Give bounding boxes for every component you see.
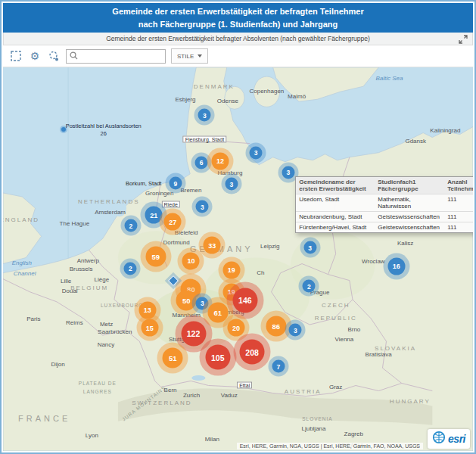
cluster-marker[interactable]: 20 [228, 319, 245, 337]
tooltip-cell: Geisteswissenschaften [375, 212, 444, 222]
tooltip-row[interactable]: Usedom, StadtMathematik, Naturwissen111 [296, 194, 473, 211]
tooltip-col-gemeindename: Gemeindename der ersten Erwerbstätigkeit [296, 177, 375, 194]
style-button-label: STILE [177, 53, 194, 60]
lasso-select-icon[interactable] [47, 49, 61, 63]
cluster-marker[interactable]: 12 [211, 152, 229, 169]
page-title: Gemeinde der ersten Erwerbstätigkeit der… [3, 3, 473, 33]
cluster-marker[interactable]: 2 [124, 262, 137, 275]
cluster-marker[interactable]: 50 [176, 290, 197, 310]
cluster-marker[interactable]: 6 [195, 156, 208, 169]
cluster-marker[interactable]: 59 [145, 247, 166, 267]
cluster-marker[interactable]: 3 [196, 201, 209, 213]
cluster-marker[interactable]: 3 [289, 324, 302, 337]
tooltip-col-anzahl: Anzahl Teilnehm [444, 177, 473, 194]
cluster-marker[interactable]: 3 [196, 297, 209, 309]
cluster-marker[interactable]: 19 [222, 261, 240, 278]
search-box [66, 49, 166, 64]
cluster-marker[interactable]: 2 [124, 219, 137, 232]
cluster-marker[interactable]: 33 [204, 237, 221, 254]
tooltip-cell: Mathematik, Naturwissen [375, 194, 444, 211]
cluster-marker[interactable]: 10 [182, 252, 200, 269]
map-attribution: Esri, HERE, Garmin, NGA, USGS | Esri, HE… [237, 443, 423, 449]
cluster-marker[interactable]: 13 [138, 301, 156, 319]
map-subheader: Gemeinde der ersten Erwerbstätigkeit bef… [3, 33, 473, 45]
esri-logo[interactable]: esri [428, 429, 470, 449]
cluster-marker[interactable]: 208 [240, 340, 265, 365]
map-subtitle: Gemeinde der ersten Erwerbstätigkeit bef… [106, 35, 370, 42]
marquee-select-icon[interactable] [9, 49, 23, 63]
page-title-line1: Gemeinde der ersten Erwerbstätigkeit der… [3, 5, 473, 18]
cluster-marker[interactable]: 3 [303, 241, 316, 254]
search-icon [70, 49, 78, 63]
cluster-marker[interactable]: 2 [303, 280, 316, 293]
map-canvas[interactable]: DENMARKEsbjergOdenseCopenhagenMalmöBalti… [3, 67, 473, 451]
tooltip-cell: 111 [444, 212, 473, 222]
foreign-postcode-annotation: Postleitzahl bei Auslandsorten 26 [64, 123, 143, 138]
esri-logo-text: esri [448, 433, 465, 445]
cluster-marker[interactable]: 3 [198, 109, 211, 122]
cluster-marker[interactable]: 7 [272, 360, 285, 373]
cluster-marker[interactable]: 15 [141, 319, 158, 337]
cluster-marker[interactable]: 86 [266, 316, 286, 337]
tooltip-cell: 111 [444, 194, 473, 211]
foreign-postcode-count: 26 [64, 130, 143, 138]
style-caret-icon [198, 54, 202, 58]
cluster-marker[interactable]: 3 [282, 166, 294, 179]
cluster-marker[interactable]: 105 [205, 345, 230, 370]
search-input[interactable] [81, 51, 162, 61]
cluster-marker[interactable]: 146 [232, 288, 257, 313]
feature-tooltip: Gemeindename der ersten Erwerbstätigkeit… [295, 176, 473, 233]
esri-globe-icon [432, 431, 446, 447]
foreign-postcode-text: Postleitzahl bei Auslandsorten [64, 123, 143, 130]
style-button[interactable]: STILE [171, 48, 208, 64]
expand-icon[interactable] [458, 34, 468, 45]
tooltip-cell: Fürstenberg/Havel, Stadt [296, 222, 375, 232]
cluster-marker[interactable]: 21 [145, 207, 163, 224]
map-application-window: Gemeinde der ersten Erwerbstätigkeit der… [0, 0, 476, 454]
tooltip-body: Usedom, StadtMathematik, Naturwissen111N… [296, 194, 473, 232]
tooltip-col-studienfach: Studienfach1 Fächergruppe [375, 177, 444, 194]
cluster-marker[interactable]: 51 [163, 348, 183, 368]
tooltip-cell: Usedom, Stadt [296, 194, 375, 211]
cluster-marker[interactable]: 3 [225, 178, 238, 191]
tooltip-header-row: Gemeindename der ersten Erwerbstätigkeit… [296, 177, 473, 194]
tooltip-row[interactable]: Fürstenberg/Havel, StadtGeisteswissensch… [296, 222, 473, 232]
cluster-marker[interactable]: 9 [169, 177, 182, 190]
tooltip-cell: 111 [444, 222, 473, 232]
cluster-marker[interactable]: 61 [207, 302, 228, 322]
tooltip-row[interactable]: Neubrandenburg, StadtGeisteswissenschaft… [296, 211, 473, 222]
cluster-marker[interactable]: 16 [387, 257, 405, 275]
gear-icon[interactable]: ⚙ [28, 49, 42, 63]
cluster-marker[interactable]: 27 [164, 213, 182, 231]
map-toolbar: ⚙ STILE [3, 45, 473, 67]
page-title-line2: nach Fächergruppe (1. Studienfach) und J… [3, 18, 473, 31]
cluster-marker[interactable]: 3 [250, 146, 263, 159]
cluster-marker[interactable]: 122 [181, 321, 206, 346]
tooltip-cell: Geisteswissenschaften [375, 222, 444, 232]
tooltip-cell: Neubrandenburg, Stadt [296, 212, 375, 222]
